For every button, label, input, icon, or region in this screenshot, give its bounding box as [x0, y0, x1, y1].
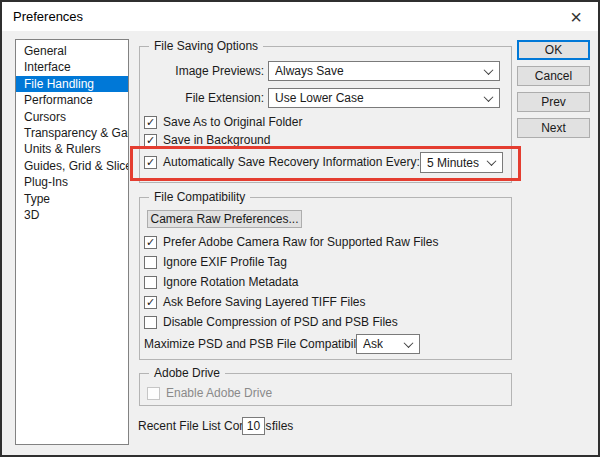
maximize-compatibility-select[interactable]: Ask — [356, 334, 420, 354]
image-previews-select[interactable]: Always Save — [268, 61, 500, 81]
checkbox-checked-icon: ✓ — [144, 134, 157, 147]
preferences-category-list: General Interface File Handling Performa… — [15, 39, 129, 445]
sidebar-item-type[interactable]: Type — [16, 191, 128, 207]
ignore-exif-checkbox[interactable]: Ignore EXIF Profile Tag — [144, 255, 287, 269]
file-saving-options-group: File Saving Options Image Previews: Alwa… — [139, 46, 512, 183]
save-as-original-folder-label: Save As to Original Folder — [163, 115, 302, 129]
title-bar: Preferences × — [2, 2, 598, 31]
file-extension-label: File Extension: — [140, 88, 264, 108]
ask-before-tiff-label: Ask Before Saving Layered TIFF Files — [163, 295, 366, 309]
sidebar-item-file-handling[interactable]: File Handling — [16, 76, 128, 92]
ok-button[interactable]: OK — [517, 40, 590, 60]
checkbox-unchecked-icon — [144, 256, 157, 269]
enable-adobe-drive-label: Enable Adobe Drive — [166, 386, 272, 400]
recent-file-list-suffix: files — [272, 416, 293, 436]
save-as-original-folder-checkbox[interactable]: ✓ Save As to Original Folder — [144, 115, 302, 129]
chevron-down-icon — [404, 338, 414, 348]
recent-file-count-input[interactable] — [242, 417, 265, 435]
sidebar-item-3d[interactable]: 3D — [16, 207, 128, 223]
image-previews-label: Image Previews: — [140, 61, 264, 81]
checkbox-unchecked-icon — [144, 316, 157, 329]
sidebar-item-guides-grid-slices[interactable]: Guides, Grid & Slices — [16, 158, 128, 174]
sidebar-item-units-rulers[interactable]: Units & Rulers — [16, 141, 128, 157]
chevron-down-icon — [484, 92, 494, 102]
sidebar-item-general[interactable]: General — [16, 43, 128, 59]
disable-compression-label: Disable Compression of PSD and PSB Files — [163, 315, 398, 329]
sidebar-item-transparency-gamut[interactable]: Transparency & Gamut — [16, 125, 128, 141]
checkbox-unchecked-icon — [144, 276, 157, 289]
maximize-compatibility-value: Ask — [363, 337, 383, 351]
disable-compression-checkbox[interactable]: Disable Compression of PSD and PSB Files — [144, 315, 398, 329]
file-compatibility-legend: File Compatibility — [149, 190, 250, 205]
cancel-button[interactable]: Cancel — [517, 66, 590, 86]
checkbox-checked-icon: ✓ — [144, 296, 157, 309]
save-in-background-label: Save in Background — [163, 133, 270, 147]
file-compatibility-group: File Compatibility Camera Raw Preference… — [139, 197, 512, 360]
prefer-camera-raw-label: Prefer Adobe Camera Raw for Supported Ra… — [163, 235, 438, 249]
maximize-compatibility-label: Maximize PSD and PSB File Compatibility: — [144, 334, 371, 354]
camera-raw-preferences-button[interactable]: Camera Raw Preferences... — [147, 210, 302, 228]
save-in-background-checkbox[interactable]: ✓ Save in Background — [144, 133, 270, 147]
checkbox-checked-icon: ✓ — [144, 236, 157, 249]
enable-adobe-drive-checkbox: Enable Adobe Drive — [147, 386, 272, 400]
adobe-drive-group: Adobe Drive Enable Adobe Drive — [139, 373, 512, 406]
auto-save-recovery-label: Automatically Save Recovery Information … — [163, 155, 420, 169]
ignore-exif-label: Ignore EXIF Profile Tag — [163, 255, 287, 269]
adobe-drive-legend: Adobe Drive — [149, 366, 225, 381]
dialog-title: Preferences — [13, 2, 83, 31]
next-button[interactable]: Next — [517, 118, 590, 138]
sidebar-item-interface[interactable]: Interface — [16, 59, 128, 75]
recovery-interval-select[interactable]: 5 Minutes — [420, 152, 503, 173]
file-extension-select[interactable]: Use Lower Case — [268, 88, 500, 108]
ignore-rotation-checkbox[interactable]: Ignore Rotation Metadata — [144, 275, 298, 289]
chevron-down-icon — [487, 156, 497, 166]
recovery-interval-value: 5 Minutes — [427, 156, 479, 170]
checkbox-checked-icon: ✓ — [144, 156, 157, 169]
prefer-camera-raw-checkbox[interactable]: ✓ Prefer Adobe Camera Raw for Supported … — [144, 235, 438, 249]
ask-before-tiff-checkbox[interactable]: ✓ Ask Before Saving Layered TIFF Files — [144, 295, 366, 309]
close-icon: × — [570, 7, 582, 27]
checkbox-checked-icon: ✓ — [144, 116, 157, 129]
chevron-down-icon — [484, 65, 494, 75]
image-previews-value: Always Save — [275, 64, 344, 78]
sidebar-item-performance[interactable]: Performance — [16, 92, 128, 108]
file-saving-options-legend: File Saving Options — [149, 39, 263, 54]
preferences-dialog: Preferences × General Interface File Han… — [0, 0, 600, 457]
ignore-rotation-label: Ignore Rotation Metadata — [163, 275, 298, 289]
auto-save-recovery-checkbox[interactable]: ✓ Automatically Save Recovery Informatio… — [144, 155, 420, 169]
sidebar-item-cursors[interactable]: Cursors — [16, 109, 128, 125]
file-extension-value: Use Lower Case — [275, 91, 364, 105]
prev-button[interactable]: Prev — [517, 92, 590, 112]
checkbox-unchecked-icon — [147, 387, 160, 400]
close-button[interactable]: × — [560, 4, 592, 29]
sidebar-item-plug-ins[interactable]: Plug-Ins — [16, 174, 128, 190]
